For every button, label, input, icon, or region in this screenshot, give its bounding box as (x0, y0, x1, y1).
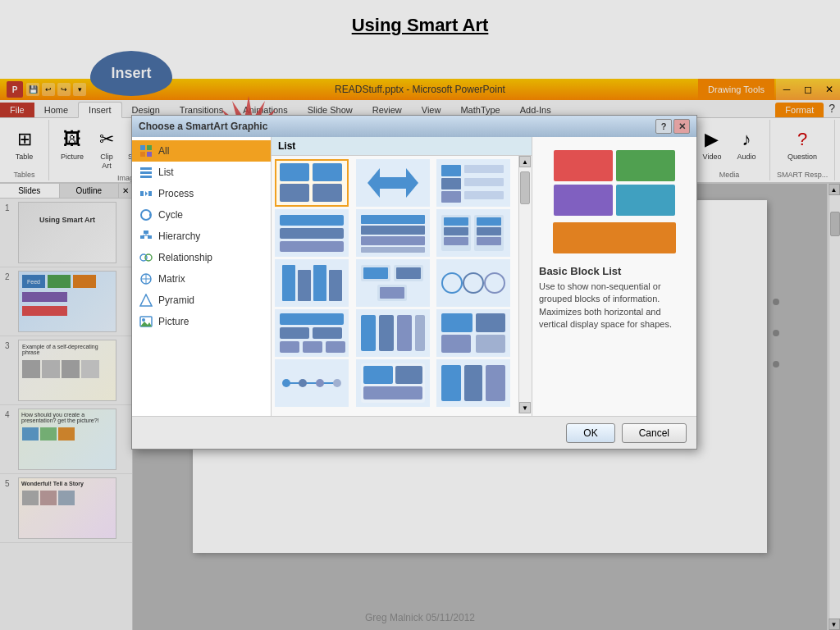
svg-point-70 (485, 273, 504, 293)
dialog-body: All List Process (132, 137, 696, 416)
relationship-icon (139, 250, 153, 265)
svg-rect-42 (464, 191, 504, 199)
all-icon (139, 144, 153, 158)
svg-rect-40 (464, 165, 504, 173)
svg-point-88 (316, 379, 324, 387)
cat-pyramid[interactable]: Pyramid (132, 290, 271, 311)
art-item-5[interactable] (356, 209, 430, 257)
svg-rect-78 (379, 315, 394, 351)
art-item-11[interactable] (356, 309, 430, 357)
svg-rect-67 (380, 287, 404, 299)
ok-button[interactable]: OK (566, 423, 614, 443)
art-item-14[interactable] (356, 359, 430, 407)
svg-rect-84 (476, 335, 505, 353)
process-icon (139, 186, 153, 201)
cat-hierarchy[interactable]: Hierarchy (132, 226, 271, 247)
svg-rect-93 (363, 386, 422, 399)
svg-rect-18 (144, 231, 148, 234)
svg-rect-34 (280, 184, 309, 202)
art-item-9[interactable] (436, 259, 510, 307)
svg-marker-28 (140, 294, 152, 306)
svg-rect-35 (313, 184, 342, 202)
svg-rect-74 (280, 341, 299, 353)
svg-rect-65 (396, 267, 421, 279)
svg-rect-41 (464, 178, 504, 186)
svg-rect-45 (280, 241, 344, 252)
svg-rect-9 (147, 152, 152, 157)
preview-title: Basic Block List (539, 260, 690, 281)
preview-graphic (539, 144, 690, 260)
dialog-controls: ? ✕ (655, 119, 690, 134)
art-item-13[interactable] (275, 359, 349, 407)
cat-list[interactable]: List (132, 162, 271, 183)
grid-scroll-up[interactable]: ▲ (519, 156, 531, 167)
svg-rect-8 (140, 152, 145, 157)
cat-relationship[interactable]: Relationship (132, 247, 271, 268)
cat-all[interactable]: All (132, 140, 271, 162)
svg-rect-20 (148, 235, 152, 239)
picture-cat-icon (139, 314, 153, 329)
grid-scroll-down[interactable]: ▼ (519, 402, 531, 413)
cat-cycle[interactable]: Cycle (132, 204, 271, 226)
art-item-1[interactable] (275, 159, 349, 207)
dialog-help-btn[interactable]: ? (655, 119, 672, 134)
art-preview: Basic Block List Use to show non-sequent… (532, 137, 696, 416)
svg-rect-33 (313, 163, 342, 181)
svg-rect-91 (363, 366, 393, 384)
preview-block-cyan (616, 185, 675, 216)
svg-rect-80 (415, 315, 425, 351)
svg-rect-75 (303, 341, 322, 353)
art-item-8[interactable] (356, 259, 430, 307)
cycle-icon (139, 208, 153, 222)
svg-rect-19 (140, 235, 144, 239)
svg-point-68 (442, 273, 462, 293)
art-item-3[interactable] (436, 159, 510, 207)
svg-rect-47 (361, 226, 425, 235)
svg-rect-60 (313, 265, 326, 301)
svg-rect-37 (441, 165, 461, 176)
art-item-15[interactable] (436, 359, 510, 407)
svg-rect-12 (140, 176, 152, 178)
svg-rect-71 (280, 313, 344, 325)
preview-block-purple (554, 185, 613, 216)
cat-picture[interactable]: Picture (132, 311, 271, 332)
svg-rect-63 (363, 267, 388, 279)
svg-marker-31 (140, 322, 152, 326)
dialog-title: Choose a SmartArt Graphic (139, 121, 655, 132)
svg-rect-44 (280, 228, 344, 239)
preview-block-red (554, 150, 613, 181)
svg-rect-15 (148, 191, 152, 196)
art-item-10[interactable] (275, 309, 349, 357)
svg-rect-11 (140, 171, 152, 174)
art-item-4[interactable] (275, 209, 349, 257)
hierarchy-icon (139, 229, 153, 244)
svg-rect-83 (441, 335, 471, 353)
svg-rect-96 (486, 365, 505, 401)
cat-matrix[interactable]: Matrix (132, 268, 271, 290)
smartart-dialog: Choose a SmartArt Graphic ? ✕ All (131, 115, 697, 450)
svg-rect-72 (280, 327, 309, 339)
art-item-7[interactable] (275, 259, 349, 307)
art-item-6[interactable] (436, 209, 510, 257)
svg-rect-13 (140, 191, 144, 196)
svg-marker-14 (145, 191, 148, 196)
art-item-12[interactable] (436, 309, 510, 357)
svg-rect-53 (444, 237, 468, 245)
cat-process[interactable]: Process (132, 183, 271, 204)
svg-rect-6 (140, 145, 145, 150)
preview-desc: Use to show non-sequential or grouped bl… (539, 281, 690, 331)
cancel-button[interactable]: Cancel (622, 423, 687, 443)
svg-rect-59 (298, 270, 311, 301)
svg-rect-79 (397, 315, 412, 351)
svg-rect-10 (140, 167, 152, 170)
svg-rect-32 (280, 163, 309, 181)
svg-point-86 (282, 379, 290, 387)
svg-rect-77 (361, 315, 376, 351)
svg-rect-55 (477, 217, 501, 226)
list-icon (139, 165, 153, 180)
dialog-close-btn[interactable]: ✕ (673, 119, 690, 134)
art-item-2[interactable] (356, 159, 430, 207)
svg-point-89 (333, 379, 341, 387)
grid-header: List (272, 137, 532, 156)
svg-point-24 (145, 254, 152, 261)
